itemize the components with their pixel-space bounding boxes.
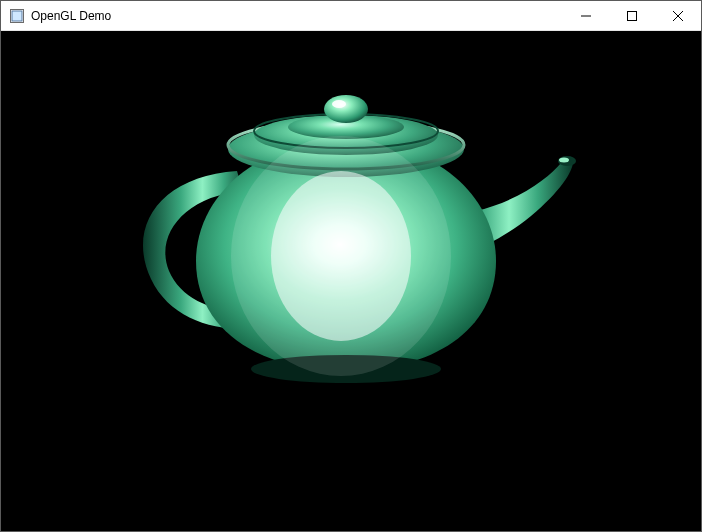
rendered-scene (1, 31, 701, 531)
titlebar[interactable]: OpenGL Demo (1, 1, 701, 31)
body-specular-falloff (231, 136, 451, 376)
spout-opening-highlight (559, 158, 569, 163)
svg-rect-3 (628, 11, 637, 20)
minimize-icon (581, 11, 591, 21)
window-controls (563, 1, 701, 30)
maximize-button[interactable] (609, 1, 655, 30)
minimize-button[interactable] (563, 1, 609, 30)
gl-viewport[interactable] (1, 31, 701, 531)
close-button[interactable] (655, 1, 701, 30)
teapot-knob-highlight (332, 100, 346, 108)
maximize-icon (627, 11, 637, 21)
window-title: OpenGL Demo (31, 1, 111, 31)
teapot-knob (324, 95, 368, 123)
app-window: OpenGL Demo (0, 0, 702, 532)
svg-rect-1 (12, 11, 22, 21)
close-icon (673, 11, 683, 21)
app-icon (9, 8, 25, 24)
